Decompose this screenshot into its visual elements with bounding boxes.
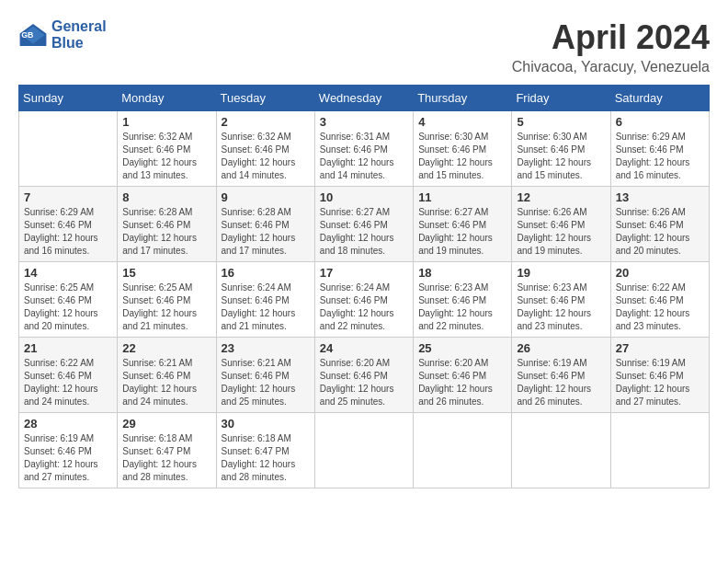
calendar-cell: 10Sunrise: 6:27 AMSunset: 6:46 PMDayligh… (314, 187, 413, 262)
calendar-cell (512, 413, 610, 488)
day-info: Sunrise: 6:22 AMSunset: 6:46 PMDaylight:… (24, 357, 112, 408)
day-number: 19 (517, 266, 605, 280)
calendar-cell: 29Sunrise: 6:18 AMSunset: 6:47 PMDayligh… (118, 413, 216, 488)
calendar-cell: 8Sunrise: 6:28 AMSunset: 6:46 PMDaylight… (118, 187, 216, 262)
day-number: 2 (222, 115, 310, 129)
calendar-cell: 27Sunrise: 6:19 AMSunset: 6:46 PMDayligh… (610, 338, 709, 413)
day-number: 20 (616, 266, 704, 280)
calendar-cell: 23Sunrise: 6:21 AMSunset: 6:46 PMDayligh… (216, 338, 314, 413)
day-info: Sunrise: 6:29 AMSunset: 6:46 PMDaylight:… (24, 206, 112, 258)
day-number: 28 (24, 417, 112, 431)
calendar-cell: 7Sunrise: 6:29 AMSunset: 6:46 PMDaylight… (19, 187, 118, 262)
calendar-cell: 2Sunrise: 6:32 AMSunset: 6:46 PMDaylight… (216, 111, 314, 187)
day-number: 26 (517, 341, 605, 355)
day-number: 3 (320, 115, 408, 129)
calendar-cell: 26Sunrise: 6:19 AMSunset: 6:46 PMDayligh… (512, 338, 610, 413)
day-number: 13 (616, 190, 704, 204)
day-info: Sunrise: 6:25 AMSunset: 6:46 PMDaylight:… (24, 282, 112, 333)
calendar-cell: 22Sunrise: 6:21 AMSunset: 6:46 PMDayligh… (118, 338, 216, 413)
calendar-cell: 9Sunrise: 6:28 AMSunset: 6:46 PMDaylight… (216, 187, 314, 262)
calendar-cell: 3Sunrise: 6:31 AMSunset: 6:46 PMDaylight… (314, 111, 413, 187)
day-info: Sunrise: 6:18 AMSunset: 6:47 PMDaylight:… (222, 432, 310, 484)
calendar-cell: 6Sunrise: 6:29 AMSunset: 6:46 PMDaylight… (610, 111, 709, 187)
month-title: April 2024 (512, 18, 710, 57)
calendar-cell: 28Sunrise: 6:19 AMSunset: 6:46 PMDayligh… (19, 413, 118, 488)
day-number: 30 (222, 417, 310, 431)
calendar-cell: 17Sunrise: 6:24 AMSunset: 6:46 PMDayligh… (314, 262, 413, 338)
header-wednesday: Wednesday (314, 86, 413, 111)
day-info: Sunrise: 6:27 AMSunset: 6:46 PMDaylight:… (320, 206, 408, 258)
calendar-cell: 12Sunrise: 6:26 AMSunset: 6:46 PMDayligh… (512, 187, 610, 262)
day-info: Sunrise: 6:28 AMSunset: 6:46 PMDaylight:… (122, 206, 210, 258)
logo-line2: Blue (51, 35, 107, 52)
svg-text:GB: GB (21, 30, 33, 40)
day-number: 29 (122, 417, 210, 431)
header-monday: Monday (118, 86, 216, 111)
header-saturday: Saturday (610, 86, 709, 111)
header: GB General Blue April 2024 Chivacoa, Yar… (18, 18, 710, 75)
calendar-cell: 15Sunrise: 6:25 AMSunset: 6:46 PMDayligh… (118, 262, 216, 338)
day-info: Sunrise: 6:26 AMSunset: 6:46 PMDaylight:… (616, 206, 704, 258)
logo: GB General Blue (18, 18, 107, 51)
calendar-cell: 30Sunrise: 6:18 AMSunset: 6:47 PMDayligh… (216, 413, 314, 488)
header-sunday: Sunday (19, 86, 118, 111)
day-info: Sunrise: 6:19 AMSunset: 6:46 PMDaylight:… (517, 357, 605, 408)
day-info: Sunrise: 6:32 AMSunset: 6:46 PMDaylight:… (222, 131, 310, 182)
day-info: Sunrise: 6:19 AMSunset: 6:46 PMDaylight:… (616, 357, 704, 408)
day-number: 10 (320, 190, 408, 204)
day-number: 16 (222, 266, 310, 280)
day-number: 4 (418, 115, 506, 129)
calendar-cell: 21Sunrise: 6:22 AMSunset: 6:46 PMDayligh… (19, 338, 118, 413)
day-info: Sunrise: 6:21 AMSunset: 6:46 PMDaylight:… (122, 357, 210, 408)
day-info: Sunrise: 6:29 AMSunset: 6:46 PMDaylight:… (616, 131, 704, 182)
logo-line1: General (51, 18, 107, 35)
calendar-cell: 5Sunrise: 6:30 AMSunset: 6:46 PMDaylight… (512, 111, 610, 187)
calendar-cell: 14Sunrise: 6:25 AMSunset: 6:46 PMDayligh… (19, 262, 118, 338)
day-info: Sunrise: 6:20 AMSunset: 6:46 PMDaylight:… (418, 357, 506, 408)
week-row-4: 28Sunrise: 6:19 AMSunset: 6:46 PMDayligh… (19, 413, 710, 488)
title-block: April 2024 Chivacoa, Yaracuy, Venezuela (512, 18, 710, 75)
day-number: 6 (616, 115, 704, 129)
calendar-cell: 4Sunrise: 6:30 AMSunset: 6:46 PMDaylight… (414, 111, 512, 187)
days-header-row: SundayMondayTuesdayWednesdayThursdayFrid… (19, 86, 710, 111)
day-number: 9 (222, 190, 310, 204)
calendar-cell: 1Sunrise: 6:32 AMSunset: 6:46 PMDaylight… (118, 111, 216, 187)
day-number: 23 (222, 341, 310, 355)
calendar-cell: 24Sunrise: 6:20 AMSunset: 6:46 PMDayligh… (314, 338, 413, 413)
calendar-cell: 13Sunrise: 6:26 AMSunset: 6:46 PMDayligh… (610, 187, 709, 262)
day-info: Sunrise: 6:18 AMSunset: 6:47 PMDaylight:… (122, 432, 210, 484)
day-number: 14 (24, 266, 112, 280)
calendar-cell: 20Sunrise: 6:22 AMSunset: 6:46 PMDayligh… (610, 262, 709, 338)
calendar-cell: 25Sunrise: 6:20 AMSunset: 6:46 PMDayligh… (414, 338, 512, 413)
calendar-cell: 11Sunrise: 6:27 AMSunset: 6:46 PMDayligh… (414, 187, 512, 262)
location-title: Chivacoa, Yaracuy, Venezuela (512, 59, 710, 75)
day-info: Sunrise: 6:22 AMSunset: 6:46 PMDaylight:… (616, 282, 704, 333)
day-info: Sunrise: 6:31 AMSunset: 6:46 PMDaylight:… (320, 131, 408, 182)
calendar-table: SundayMondayTuesdayWednesdayThursdayFrid… (18, 85, 710, 488)
header-friday: Friday (512, 86, 610, 111)
day-number: 1 (122, 115, 210, 129)
day-info: Sunrise: 6:28 AMSunset: 6:46 PMDaylight:… (222, 206, 310, 258)
week-row-2: 14Sunrise: 6:25 AMSunset: 6:46 PMDayligh… (19, 262, 710, 338)
day-info: Sunrise: 6:21 AMSunset: 6:46 PMDaylight:… (222, 357, 310, 408)
calendar-cell (314, 413, 413, 488)
week-row-0: 1Sunrise: 6:32 AMSunset: 6:46 PMDaylight… (19, 111, 710, 187)
generalblue-logo-icon: GB (18, 20, 48, 50)
day-info: Sunrise: 6:32 AMSunset: 6:46 PMDaylight:… (122, 131, 210, 182)
day-info: Sunrise: 6:23 AMSunset: 6:46 PMDaylight:… (517, 282, 605, 333)
day-number: 25 (418, 341, 506, 355)
day-info: Sunrise: 6:20 AMSunset: 6:46 PMDaylight:… (320, 357, 408, 408)
day-info: Sunrise: 6:19 AMSunset: 6:46 PMDaylight:… (24, 432, 112, 484)
calendar-cell (610, 413, 709, 488)
day-info: Sunrise: 6:24 AMSunset: 6:46 PMDaylight:… (320, 282, 408, 333)
week-row-1: 7Sunrise: 6:29 AMSunset: 6:46 PMDaylight… (19, 187, 710, 262)
day-info: Sunrise: 6:24 AMSunset: 6:46 PMDaylight:… (222, 282, 310, 333)
day-number: 24 (320, 341, 408, 355)
calendar-cell (19, 111, 118, 187)
day-number: 18 (418, 266, 506, 280)
calendar-cell: 19Sunrise: 6:23 AMSunset: 6:46 PMDayligh… (512, 262, 610, 338)
day-number: 21 (24, 341, 112, 355)
day-info: Sunrise: 6:30 AMSunset: 6:46 PMDaylight:… (418, 131, 506, 182)
day-number: 17 (320, 266, 408, 280)
day-info: Sunrise: 6:26 AMSunset: 6:46 PMDaylight:… (517, 206, 605, 258)
